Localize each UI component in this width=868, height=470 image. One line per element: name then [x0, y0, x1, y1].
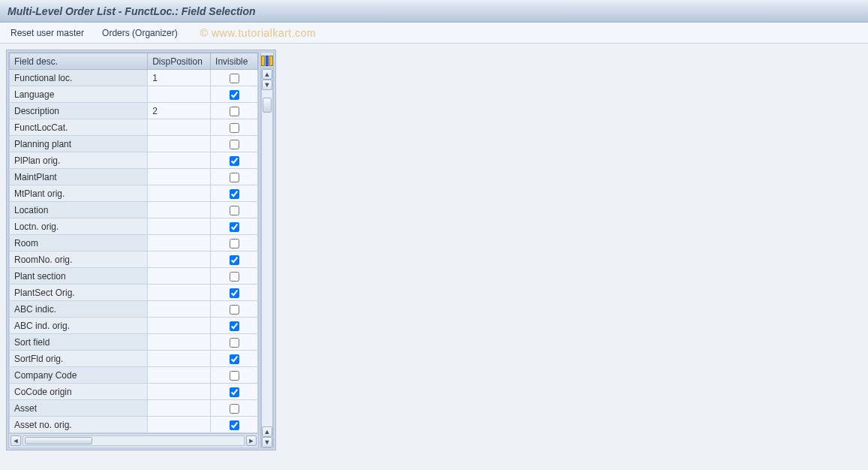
- table-row[interactable]: Description2: [10, 103, 258, 119]
- cell-disp-position[interactable]: [148, 136, 211, 152]
- invisible-checkbox[interactable]: [230, 173, 239, 182]
- cell-disp-position[interactable]: [148, 202, 211, 218]
- invisible-checkbox[interactable]: [230, 156, 239, 166]
- cell-field-desc[interactable]: Company Code: [10, 367, 148, 384]
- cell-disp-position[interactable]: [148, 185, 211, 202]
- orders-organizer-button[interactable]: Orders (Organizer): [99, 26, 181, 40]
- cell-disp-position[interactable]: [148, 367, 211, 384]
- cell-field-desc[interactable]: Sort field: [10, 334, 148, 351]
- invisible-checkbox[interactable]: [230, 420, 239, 430]
- cell-disp-position[interactable]: [148, 351, 211, 367]
- cell-field-desc[interactable]: CoCode origin: [10, 384, 148, 400]
- table-row[interactable]: FunctLocCat.: [10, 119, 258, 136]
- invisible-checkbox[interactable]: [230, 239, 239, 249]
- cell-field-desc[interactable]: Language: [10, 86, 148, 103]
- cell-field-desc[interactable]: SortFld orig.: [10, 351, 148, 367]
- col-header-invisible[interactable]: Invisible: [211, 53, 258, 70]
- cell-field-desc[interactable]: MaintPlant: [10, 169, 148, 185]
- invisible-checkbox[interactable]: [230, 222, 239, 232]
- invisible-checkbox[interactable]: [230, 74, 239, 83]
- col-header-disp-position[interactable]: DispPosition: [148, 53, 211, 70]
- cell-disp-position[interactable]: [148, 86, 211, 103]
- cell-disp-position[interactable]: 2: [148, 103, 211, 119]
- vscroll-up-icon[interactable]: ▲: [262, 69, 272, 80]
- cell-field-desc[interactable]: FunctLocCat.: [10, 119, 148, 136]
- table-row[interactable]: PlantSect Orig.: [10, 285, 258, 301]
- invisible-checkbox[interactable]: [230, 123, 239, 133]
- invisible-checkbox[interactable]: [230, 371, 239, 381]
- invisible-checkbox[interactable]: [230, 107, 239, 116]
- invisible-checkbox[interactable]: [230, 404, 239, 414]
- cell-field-desc[interactable]: PlantSect Orig.: [10, 285, 148, 301]
- cell-field-desc[interactable]: ABC indic.: [10, 301, 148, 318]
- hscroll-left-icon[interactable]: ◄: [11, 435, 21, 446]
- invisible-checkbox[interactable]: [230, 321, 239, 331]
- invisible-checkbox[interactable]: [230, 272, 239, 282]
- vertical-scrollbar[interactable]: ▲ ▼ ▲ ▼: [261, 69, 273, 447]
- cell-field-desc[interactable]: Description: [10, 103, 148, 119]
- vscroll-nudge-down-icon[interactable]: ▼: [262, 80, 272, 90]
- cell-disp-position[interactable]: [148, 119, 211, 136]
- cell-field-desc[interactable]: Plant section: [10, 268, 148, 285]
- vscroll-page-up-icon[interactable]: ▲: [262, 426, 272, 437]
- table-row[interactable]: Company Code: [10, 367, 258, 384]
- cell-disp-position[interactable]: 1: [148, 70, 211, 86]
- invisible-checkbox[interactable]: [230, 288, 239, 298]
- table-row[interactable]: Sort field: [10, 334, 258, 351]
- cell-disp-position[interactable]: [148, 400, 211, 417]
- table-row[interactable]: Functional loc.1: [10, 70, 258, 86]
- cell-field-desc[interactable]: Location: [10, 202, 148, 218]
- table-row[interactable]: MtPlant orig.: [10, 185, 258, 202]
- cell-disp-position[interactable]: [148, 268, 211, 285]
- table-row[interactable]: RoomNo. orig.: [10, 252, 258, 268]
- invisible-checkbox[interactable]: [230, 140, 239, 149]
- cell-field-desc[interactable]: MtPlant orig.: [10, 185, 148, 202]
- table-row[interactable]: SortFld orig.: [10, 351, 258, 367]
- reset-user-master-button[interactable]: Reset user master: [8, 26, 87, 40]
- cell-disp-position[interactable]: [148, 301, 211, 318]
- invisible-checkbox[interactable]: [230, 387, 239, 397]
- cell-disp-position[interactable]: [148, 252, 211, 268]
- cell-field-desc[interactable]: Planning plant: [10, 136, 148, 152]
- cell-field-desc[interactable]: ABC ind. orig.: [10, 318, 148, 334]
- vscroll-down-icon[interactable]: ▼: [262, 437, 272, 447]
- cell-field-desc[interactable]: Functional loc.: [10, 70, 148, 86]
- invisible-checkbox[interactable]: [230, 305, 239, 315]
- cell-disp-position[interactable]: [148, 152, 211, 169]
- table-settings-button[interactable]: [261, 53, 273, 69]
- invisible-checkbox[interactable]: [230, 338, 239, 348]
- cell-disp-position[interactable]: [148, 235, 211, 252]
- invisible-checkbox[interactable]: [230, 206, 239, 215]
- vscroll-thumb[interactable]: [263, 98, 272, 113]
- cell-disp-position[interactable]: [148, 334, 211, 351]
- hscroll-right-icon[interactable]: ►: [246, 435, 257, 446]
- invisible-checkbox[interactable]: [230, 354, 239, 364]
- hscroll-thumb[interactable]: [25, 437, 92, 444]
- cell-disp-position[interactable]: [148, 169, 211, 185]
- table-row[interactable]: Language: [10, 86, 258, 103]
- invisible-checkbox[interactable]: [230, 189, 239, 199]
- table-row[interactable]: Asset: [10, 400, 258, 417]
- invisible-checkbox[interactable]: [230, 255, 239, 265]
- table-row[interactable]: ABC ind. orig.: [10, 318, 258, 334]
- table-row[interactable]: ABC indic.: [10, 301, 258, 318]
- table-row[interactable]: MaintPlant: [10, 169, 258, 185]
- vscroll-track[interactable]: [262, 90, 272, 426]
- table-row[interactable]: Plant section: [10, 268, 258, 285]
- cell-field-desc[interactable]: RoomNo. orig.: [10, 252, 148, 268]
- cell-field-desc[interactable]: Asset no. orig.: [10, 417, 148, 433]
- cell-field-desc[interactable]: Loctn. orig.: [10, 218, 148, 235]
- invisible-checkbox[interactable]: [230, 90, 239, 100]
- cell-field-desc[interactable]: Asset: [10, 400, 148, 417]
- horizontal-scrollbar[interactable]: ◄ ►: [9, 433, 258, 447]
- cell-disp-position[interactable]: [148, 417, 211, 433]
- cell-disp-position[interactable]: [148, 285, 211, 301]
- table-row[interactable]: Planning plant: [10, 136, 258, 152]
- cell-disp-position[interactable]: [148, 218, 211, 235]
- cell-field-desc[interactable]: Room: [10, 235, 148, 252]
- table-row[interactable]: CoCode origin: [10, 384, 258, 400]
- table-row[interactable]: PlPlan orig.: [10, 152, 258, 169]
- hscroll-track[interactable]: [23, 435, 245, 446]
- col-header-field-desc[interactable]: Field desc.: [10, 53, 148, 70]
- table-row[interactable]: Asset no. orig.: [10, 417, 258, 433]
